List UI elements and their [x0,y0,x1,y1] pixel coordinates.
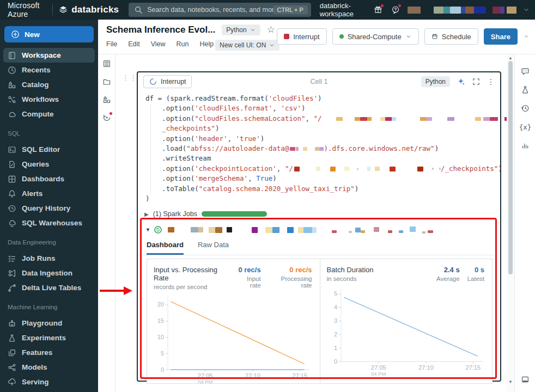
sidebar-item-features[interactable]: Features [3,345,95,360]
databricks-brand[interactable]: databricks [59,4,119,15]
code-line: .writeStream [145,154,493,163]
compute-status-icon [339,34,344,39]
chart-subtitle: records per second [154,284,234,290]
spark-jobs-label: (1) Spark Jobs [153,210,197,218]
sidebar-section-header: Machine Learning [8,304,98,314]
schedule-button[interactable]: Schedule [424,28,478,45]
sidebar-item-workspace[interactable]: Workspace [3,48,95,63]
chart-stat: 2.4 sAverage [436,266,460,282]
comments-button[interactable] [515,62,535,81]
sidebar-item-playground[interactable]: Playground [3,316,95,330]
compute-selector[interactable]: Shared-Compute [332,28,419,45]
sidebar-item-query-history[interactable]: Query History [3,201,95,216]
cell-interrupt-button[interactable]: Interrupt [143,75,192,88]
chart-title: Input vs. Processing Rate [154,266,234,282]
experiments-panel-button[interactable] [515,81,535,99]
feedback-button[interactable] [391,5,400,14]
interrupt-button[interactable]: Interrupt [277,28,326,45]
tab-raw-data[interactable]: Raw Data [198,241,229,255]
new-cell-ui-toggle[interactable]: New cell UI: ON [215,40,279,51]
collapse-icon[interactable]: ▼ [145,227,150,232]
sidebar-item-sql-editor[interactable]: SQL Editor [3,142,95,157]
scroll-down-arrow[interactable]: ▼ [507,379,514,384]
selected-cell-container[interactable]: Interrupt Cell 1 Python ⋮ df = (spark.re… [137,71,501,382]
account-menu-button[interactable] [523,7,530,13]
cell-language-badge[interactable]: Python [421,76,450,87]
workspace-name[interactable]: databrick-workspace [320,2,365,18]
redacted-text [289,147,324,151]
sql-warehouses-icon [8,219,16,228]
chart-plot: 0510152027:0504 PM27:1027:15 [154,292,313,383]
sidebar-nav: WorkspaceRecentsCatalogWorkflowsComputeS… [0,48,98,389]
variable-explorer-button[interactable]: {x} [515,118,535,136]
sidebar-item-sql-warehouses[interactable]: SQL Warehouses [3,216,95,230]
svg-text:4: 4 [333,304,337,311]
workflows-icon [8,95,16,104]
data-profile-button[interactable] [515,136,535,155]
folder-panel-button[interactable] [98,72,115,90]
models-icon [8,363,16,372]
right-icon-rail: {x} [514,54,535,392]
sidebar-item-alerts[interactable]: Alerts [3,186,95,201]
expand-cell-icon[interactable] [472,77,481,86]
notebook-title[interactable]: Schema Inference Evol... [106,24,215,35]
tab-dashboard[interactable]: Dashboard [147,241,184,255]
chart-title: Batch Duration [327,266,374,274]
sidebar-item-dashboards[interactable]: Dashboards [3,171,95,186]
assistant-sparkle-icon[interactable] [457,77,465,86]
share-button[interactable]: Share [484,28,518,45]
compute-icon [8,110,16,119]
assistant-button[interactable] [98,108,115,126]
code-line: .option('checkpointLocation', "//_checkp… [145,164,493,174]
vertical-scrollbar[interactable]: ▲ ▼ [507,54,514,392]
catalog-panel-button[interactable] [98,90,115,108]
code-line: .option("cloudFiles.schemaLocation", "/ [145,114,493,124]
global-search-input[interactable]: Search data, notebooks, recents, and mor… [129,3,311,17]
menu-view[interactable]: View [151,40,166,48]
language-selector[interactable]: Python [222,24,260,35]
redacted-text [293,167,441,171]
code-line: .load("abfss://autoloader-data@).dfs.cor… [145,144,493,154]
expander-icon[interactable]: ▶ [144,211,149,217]
bottom-panel-button[interactable] [515,370,535,389]
cell-menu-icon[interactable]: ⋮ [487,77,495,86]
sidebar-item-workflows[interactable]: Workflows [3,92,95,107]
stream-status-icon [154,225,162,234]
collapse-header-button[interactable] [523,33,530,40]
spark-jobs-row: ▶ (1) Spark Jobs [138,208,500,220]
svg-text:27:10: 27:10 [245,372,260,379]
whats-new-button[interactable] [374,5,382,14]
menu-help[interactable]: Help [200,40,214,48]
menu-edit[interactable]: Edit [128,40,140,48]
sidebar-item-serving[interactable]: Serving [3,375,95,389]
stream-widget-header[interactable]: ▼ [138,220,500,235]
batch-duration-chart: Batch Durationin seconds2.4 sAverage0 sL… [320,259,493,383]
sidebar-item-experiments[interactable]: Experiments [3,330,95,345]
sidebar-item-recents[interactable]: Recents [3,63,95,77]
menu-run[interactable]: Run [177,40,189,48]
sidebar-item-queries[interactable]: Queries [3,157,95,171]
scroll-up-arrow[interactable]: ▲ [507,56,514,60]
sidebar-item-compute[interactable]: Compute [3,107,95,121]
azure-logo: Microsoft Azure [8,1,46,19]
sidebar-item-delta-live-tables[interactable]: Delta Live Tables [3,280,95,295]
menu-file[interactable]: File [106,40,117,48]
query-history-icon [8,204,16,213]
catalog-icon [8,81,16,89]
table-of-contents-button[interactable] [98,54,115,72]
revision-history-button[interactable] [515,99,535,118]
svg-text:5: 5 [333,291,337,297]
cell-drag-handle[interactable]: ⋮⋮ [122,76,130,79]
favorite-star-icon[interactable]: ☆ [267,24,275,35]
scrollbar-thumb[interactable] [508,61,513,274]
user-avatar[interactable] [408,7,516,14]
code-editor[interactable]: df = (spark.readStream.format('cloudFile… [138,91,500,208]
sidebar-item-job-runs[interactable]: Job Runs [3,251,95,266]
chart-stat: 0 rec/sProcessing rate [269,266,312,289]
sidebar-item-data-ingestion[interactable]: Data Ingestion [3,266,95,280]
sidebar-item-catalog[interactable]: Catalog [3,77,95,92]
new-button[interactable]: New [4,26,94,42]
search-icon [134,5,143,14]
svg-text:27:05: 27:05 [198,372,213,379]
sidebar-item-models[interactable]: Models [3,360,95,375]
